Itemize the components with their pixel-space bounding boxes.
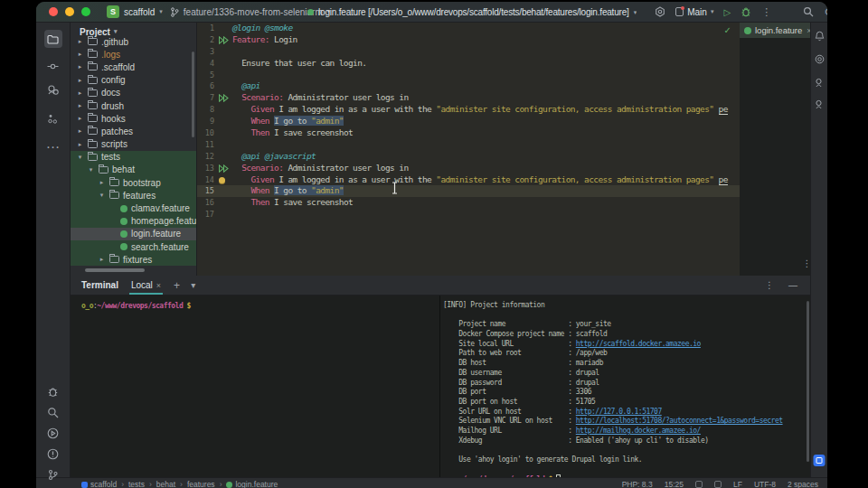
branch-widget[interactable]: feature/1336-move-from-seleniarm ▾ bbox=[170, 7, 330, 17]
ai-assistant-icon[interactable] bbox=[812, 50, 826, 68]
more-tool-windows-icon[interactable]: … bbox=[44, 135, 62, 153]
problems-icon[interactable] bbox=[44, 445, 62, 463]
tree-item-patches[interactable]: ▸patches bbox=[71, 125, 196, 137]
run-scenario-icon[interactable] bbox=[217, 34, 232, 46]
debug-button[interactable] bbox=[741, 6, 751, 17]
run-tool-icon[interactable] bbox=[44, 424, 62, 442]
tree-item-.logs[interactable]: ▸.logs bbox=[71, 48, 196, 61]
run-scenario-icon[interactable] bbox=[217, 92, 232, 104]
editor-line-11[interactable]: 11 bbox=[197, 139, 740, 151]
editor-line-16[interactable]: 16 Then I save screenshot bbox=[197, 197, 740, 209]
tree-item-hooks[interactable]: ▸hooks bbox=[71, 112, 196, 125]
chevron-right-icon[interactable]: ▸ bbox=[76, 38, 84, 45]
editor-line-8[interactable]: 8 Given I am logged in as a user with th… bbox=[197, 104, 740, 116]
editor-line-2[interactable]: 2Feature: Login bbox=[197, 34, 740, 46]
status-icon[interactable] bbox=[714, 481, 722, 488]
tree-item-.github[interactable]: ▸.github bbox=[71, 35, 196, 48]
breadcrumb[interactable]: scaffold›tests›behat›features›login.feat… bbox=[81, 480, 278, 488]
breadcrumb-item-scaffold[interactable]: scaffold bbox=[81, 480, 117, 488]
chevron-right-icon[interactable]: ▸ bbox=[76, 102, 84, 109]
editor-line-1[interactable]: 1@login @smoke bbox=[197, 23, 740, 34]
terminal-prompt[interactable]: o_o:~/www/drevops/scaffold $ bbox=[81, 302, 439, 312]
chevron-right-icon[interactable]: ▸ bbox=[98, 256, 106, 263]
minimize-window-button[interactable] bbox=[65, 7, 74, 16]
editor-line-5[interactable]: 5 bbox=[197, 70, 740, 81]
more-actions-button[interactable]: ⋮ bbox=[761, 6, 771, 18]
editor-line-6[interactable]: 6 @api bbox=[197, 80, 740, 92]
tree-item-tests[interactable]: ▾tests bbox=[71, 151, 196, 164]
status-bar-widgets[interactable]: PHP: 8.315:25LFUTF-82 spaces bbox=[622, 480, 818, 488]
editor-line-10[interactable]: 10 Then I save screenshot bbox=[197, 127, 740, 139]
chevron-down-icon[interactable]: ▾ bbox=[114, 28, 118, 35]
chevron-right-icon[interactable]: ▸ bbox=[76, 89, 84, 97]
editor-line-7[interactable]: 7 Scenario: Administrator user logs in bbox=[197, 92, 740, 104]
status-icon[interactable] bbox=[695, 481, 703, 488]
tree-item-docs[interactable]: ▸docs bbox=[71, 87, 196, 99]
tree-item-fixtures[interactable]: ▸fixtures bbox=[71, 253, 196, 266]
notifications-bell-icon[interactable] bbox=[812, 27, 826, 45]
intention-bulb-icon[interactable] bbox=[217, 174, 232, 186]
settings-gear-icon[interactable]: ⚙ bbox=[824, 6, 827, 18]
window-title-widget[interactable]: login.feature [/Users/o_o/www/drevops/sc… bbox=[307, 2, 637, 23]
status-item-lf[interactable]: LF bbox=[733, 480, 742, 488]
editor-line-4[interactable]: 4 Ensure that user can login. bbox=[197, 58, 740, 70]
tree-item-bootstrap[interactable]: ▸bootstrap bbox=[71, 176, 196, 189]
pull-requests-icon[interactable] bbox=[44, 80, 62, 99]
chevron-down-icon[interactable]: ▾ bbox=[76, 154, 84, 161]
hide-terminal-icon[interactable]: — bbox=[788, 280, 797, 290]
search-icon[interactable] bbox=[44, 403, 62, 421]
run-button[interactable]: ▷ bbox=[723, 7, 731, 17]
tree-item-drush[interactable]: ▸drush bbox=[71, 99, 196, 112]
code-editor[interactable]: ✓ 1@login @smoke2Feature: Login34 Ensure… bbox=[197, 23, 740, 276]
terminal-scrollbar[interactable] bbox=[807, 301, 809, 462]
chevron-right-icon[interactable]: ▸ bbox=[76, 77, 84, 84]
editor-line-9[interactable]: 9 When I go to "admin" bbox=[197, 116, 740, 127]
chevron-right-icon[interactable]: ▸ bbox=[76, 127, 84, 135]
tree-item-scripts[interactable]: ▸scripts bbox=[71, 138, 196, 151]
terminal-pane-left[interactable]: o_o:~/www/drevops/scaffold $ bbox=[71, 296, 440, 477]
tree-item-features[interactable]: ▾features bbox=[71, 189, 196, 202]
project-widget[interactable]: S scaffold ▾ bbox=[107, 5, 163, 18]
chevron-right-icon[interactable]: ▸ bbox=[76, 115, 84, 122]
tree-item-behat[interactable]: ▾behat bbox=[71, 164, 196, 176]
chevron-down-icon[interactable]: ▾ bbox=[87, 166, 95, 174]
inspections-ok-icon[interactable]: ✓ bbox=[724, 25, 731, 35]
ai-nut-icon[interactable] bbox=[655, 6, 665, 17]
docker-icon[interactable] bbox=[814, 455, 826, 466]
debug-tool-icon[interactable] bbox=[44, 382, 62, 400]
git-icon[interactable] bbox=[44, 465, 62, 483]
editor-line-13[interactable]: 13 Scenario: Administrator user logs in bbox=[197, 163, 740, 174]
run-configuration-select[interactable]: Main ▾ bbox=[675, 7, 713, 17]
chevron-right-icon[interactable]: ▸ bbox=[76, 141, 84, 148]
chevron-right-icon[interactable]: ▸ bbox=[76, 51, 84, 58]
status-item-php-8-3[interactable]: PHP: 8.3 bbox=[622, 480, 653, 488]
breadcrumb-item-login.feature[interactable]: login.feature bbox=[226, 480, 278, 488]
terminal-link[interactable]: http://mailhog.docker.amazee.io/ bbox=[576, 427, 701, 435]
breadcrumb-item-tests[interactable]: tests bbox=[128, 480, 145, 488]
search-everywhere-button[interactable] bbox=[803, 6, 814, 17]
chevron-right-icon[interactable]: ▸ bbox=[76, 63, 84, 70]
editor-line-3[interactable]: 3 bbox=[197, 46, 740, 58]
chevron-right-icon[interactable]: ▸ bbox=[98, 179, 106, 186]
database-icon[interactable] bbox=[812, 95, 826, 113]
terminal-link[interactable]: http://127.0.0.1:51707 bbox=[576, 408, 662, 416]
editor-line-15[interactable]: 15 When I go to "admin" bbox=[197, 185, 740, 197]
commit-icon[interactable] bbox=[44, 57, 62, 75]
chevron-down-icon[interactable]: ▾ bbox=[98, 192, 106, 199]
breadcrumb-item-features[interactable]: features bbox=[187, 480, 215, 488]
editor-tab-login-feature[interactable]: login.feature × bbox=[740, 23, 816, 38]
tree-item-.scaffold[interactable]: ▸.scaffold bbox=[71, 61, 196, 73]
close-window-button[interactable] bbox=[49, 7, 58, 16]
terminal-tab-local[interactable]: Local × bbox=[129, 276, 163, 295]
gradle-icon[interactable] bbox=[812, 73, 826, 91]
editor-line-17[interactable]: 17 bbox=[197, 209, 740, 221]
project-folder-icon[interactable] bbox=[44, 30, 62, 48]
status-item-2-spaces[interactable]: 2 spaces bbox=[788, 480, 818, 488]
zoom-window-button[interactable] bbox=[81, 7, 90, 16]
tree-item-clamav.feature[interactable]: clamav.feature bbox=[71, 202, 196, 214]
terminal-pane-right[interactable]: [INFO] Project information Project name … bbox=[440, 296, 810, 477]
terminal-link[interactable]: http://scaffold.docker.amazee.io bbox=[576, 340, 701, 348]
project-horizontal-scrollbar[interactable] bbox=[85, 268, 145, 272]
tree-item-search.feature[interactable]: search.feature bbox=[71, 240, 196, 253]
tree-item-login.feature[interactable]: login.feature bbox=[71, 228, 196, 240]
